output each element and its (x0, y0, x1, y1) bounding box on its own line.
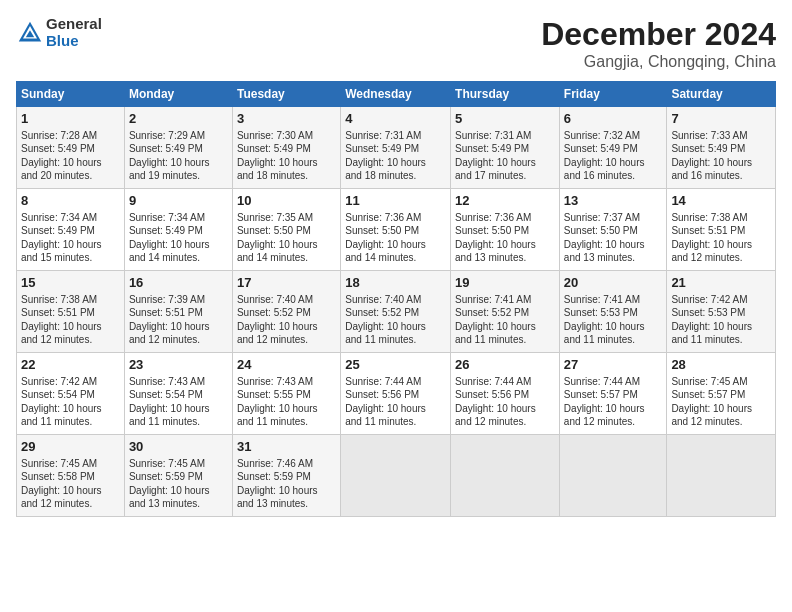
table-row: 18Sunrise: 7:40 AMSunset: 5:52 PMDayligh… (341, 271, 451, 353)
header-row: Sunday Monday Tuesday Wednesday Thursday… (17, 82, 776, 107)
day-number: 13 (564, 192, 663, 210)
table-row: 3Sunrise: 7:30 AMSunset: 5:49 PMDaylight… (232, 107, 340, 189)
day-number: 26 (455, 356, 555, 374)
day-detail: Daylight: 10 hours (129, 402, 228, 416)
day-number: 19 (455, 274, 555, 292)
table-row: 31Sunrise: 7:46 AMSunset: 5:59 PMDayligh… (232, 435, 340, 517)
day-detail: Daylight: 10 hours (237, 320, 336, 334)
day-detail: Daylight: 10 hours (671, 156, 771, 170)
table-row: 23Sunrise: 7:43 AMSunset: 5:54 PMDayligh… (124, 353, 232, 435)
month-title: December 2024 (541, 16, 776, 53)
day-detail: Daylight: 10 hours (564, 238, 663, 252)
day-detail: Sunset: 5:49 PM (564, 142, 663, 156)
day-detail: Daylight: 10 hours (21, 402, 120, 416)
day-detail: and 12 minutes. (129, 333, 228, 347)
table-row: 24Sunrise: 7:43 AMSunset: 5:55 PMDayligh… (232, 353, 340, 435)
table-row: 26Sunrise: 7:44 AMSunset: 5:56 PMDayligh… (451, 353, 560, 435)
table-row: 4Sunrise: 7:31 AMSunset: 5:49 PMDaylight… (341, 107, 451, 189)
day-detail: Sunset: 5:52 PM (455, 306, 555, 320)
day-detail: Daylight: 10 hours (455, 320, 555, 334)
day-detail: Daylight: 10 hours (455, 238, 555, 252)
day-number: 3 (237, 110, 336, 128)
day-detail: Sunset: 5:49 PM (671, 142, 771, 156)
day-number: 5 (455, 110, 555, 128)
day-detail: Sunset: 5:49 PM (21, 142, 120, 156)
day-detail: Sunrise: 7:37 AM (564, 211, 663, 225)
day-detail: and 17 minutes. (455, 169, 555, 183)
day-number: 14 (671, 192, 771, 210)
day-detail: Sunrise: 7:40 AM (237, 293, 336, 307)
logo-blue: Blue (46, 33, 102, 50)
day-number: 24 (237, 356, 336, 374)
day-number: 31 (237, 438, 336, 456)
day-number: 21 (671, 274, 771, 292)
table-row: 15Sunrise: 7:38 AMSunset: 5:51 PMDayligh… (17, 271, 125, 353)
day-detail: Sunset: 5:55 PM (237, 388, 336, 402)
day-detail: Sunrise: 7:32 AM (564, 129, 663, 143)
day-detail: and 13 minutes. (129, 497, 228, 511)
day-detail: Sunrise: 7:39 AM (129, 293, 228, 307)
day-detail: and 14 minutes. (345, 251, 446, 265)
day-detail: Sunset: 5:59 PM (129, 470, 228, 484)
day-detail: and 16 minutes. (564, 169, 663, 183)
day-detail: Daylight: 10 hours (21, 238, 120, 252)
day-detail: Sunset: 5:56 PM (455, 388, 555, 402)
day-detail: Sunrise: 7:45 AM (671, 375, 771, 389)
day-detail: and 15 minutes. (21, 251, 120, 265)
day-detail: Sunset: 5:49 PM (455, 142, 555, 156)
day-detail: Sunrise: 7:43 AM (237, 375, 336, 389)
calendar-week-4: 22Sunrise: 7:42 AMSunset: 5:54 PMDayligh… (17, 353, 776, 435)
day-detail: Daylight: 10 hours (455, 402, 555, 416)
day-detail: Sunrise: 7:44 AM (455, 375, 555, 389)
day-detail: and 20 minutes. (21, 169, 120, 183)
table-row: 25Sunrise: 7:44 AMSunset: 5:56 PMDayligh… (341, 353, 451, 435)
day-detail: Daylight: 10 hours (345, 238, 446, 252)
day-detail: Sunset: 5:50 PM (455, 224, 555, 238)
page-header: General Blue December 2024 Gangjia, Chon… (16, 16, 776, 71)
day-detail: Sunset: 5:49 PM (237, 142, 336, 156)
day-detail: and 12 minutes. (21, 497, 120, 511)
col-sunday: Sunday (17, 82, 125, 107)
day-detail: and 12 minutes. (237, 333, 336, 347)
day-detail: Sunset: 5:50 PM (237, 224, 336, 238)
table-row: 21Sunrise: 7:42 AMSunset: 5:53 PMDayligh… (667, 271, 776, 353)
day-detail: Sunrise: 7:41 AM (455, 293, 555, 307)
table-row: 16Sunrise: 7:39 AMSunset: 5:51 PMDayligh… (124, 271, 232, 353)
day-detail: Sunrise: 7:33 AM (671, 129, 771, 143)
day-detail: and 16 minutes. (671, 169, 771, 183)
day-detail: and 12 minutes. (455, 415, 555, 429)
day-number: 1 (21, 110, 120, 128)
col-monday: Monday (124, 82, 232, 107)
location: Gangjia, Chongqing, China (541, 53, 776, 71)
day-number: 29 (21, 438, 120, 456)
day-detail: Sunset: 5:58 PM (21, 470, 120, 484)
day-detail: and 18 minutes. (237, 169, 336, 183)
day-detail: Sunrise: 7:31 AM (345, 129, 446, 143)
day-detail: Sunrise: 7:45 AM (21, 457, 120, 471)
day-detail: Daylight: 10 hours (345, 402, 446, 416)
day-number: 18 (345, 274, 446, 292)
table-row: 22Sunrise: 7:42 AMSunset: 5:54 PMDayligh… (17, 353, 125, 435)
day-number: 22 (21, 356, 120, 374)
day-number: 17 (237, 274, 336, 292)
day-detail: Sunrise: 7:44 AM (345, 375, 446, 389)
table-row: 20Sunrise: 7:41 AMSunset: 5:53 PMDayligh… (559, 271, 667, 353)
day-detail: Daylight: 10 hours (671, 402, 771, 416)
day-detail: and 11 minutes. (21, 415, 120, 429)
day-detail: Daylight: 10 hours (345, 320, 446, 334)
day-detail: Sunrise: 7:42 AM (671, 293, 771, 307)
day-number: 8 (21, 192, 120, 210)
day-detail: and 11 minutes. (455, 333, 555, 347)
table-row: 19Sunrise: 7:41 AMSunset: 5:52 PMDayligh… (451, 271, 560, 353)
day-number: 4 (345, 110, 446, 128)
calendar-table: Sunday Monday Tuesday Wednesday Thursday… (16, 81, 776, 517)
day-detail: Daylight: 10 hours (129, 320, 228, 334)
day-detail: Sunset: 5:52 PM (237, 306, 336, 320)
day-detail: Sunset: 5:50 PM (345, 224, 446, 238)
day-detail: Sunrise: 7:34 AM (21, 211, 120, 225)
day-detail: and 19 minutes. (129, 169, 228, 183)
day-detail: Sunset: 5:54 PM (129, 388, 228, 402)
table-row: 6Sunrise: 7:32 AMSunset: 5:49 PMDaylight… (559, 107, 667, 189)
day-detail: and 12 minutes. (671, 251, 771, 265)
calendar-week-5: 29Sunrise: 7:45 AMSunset: 5:58 PMDayligh… (17, 435, 776, 517)
